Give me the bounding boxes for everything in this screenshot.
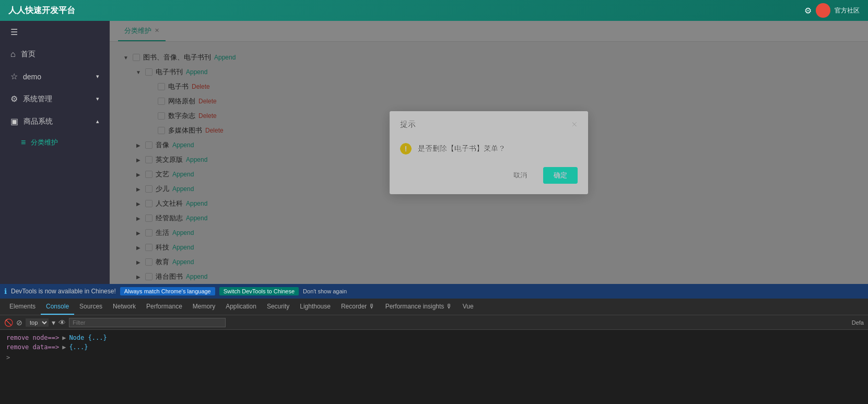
tab-application[interactable]: Application <box>220 299 262 315</box>
tab-memory[interactable]: Memory <box>187 299 220 315</box>
top-bar-right: ⚙ 官方社区 <box>804 3 860 18</box>
sidebar-item-label: 分类维护 <box>31 138 58 147</box>
dialog-close-button[interactable]: ✕ <box>571 120 578 129</box>
default-label: Defa <box>852 319 864 326</box>
grid-icon: ▣ <box>10 116 18 126</box>
console-node-value: Node {...} <box>69 334 107 341</box>
tab-security[interactable]: Security <box>262 299 295 315</box>
dialog-overlay: 提示 ✕ ! 是否删除【电子书】菜单？ 取消 确定 <box>110 21 868 284</box>
tab-elements[interactable]: Elements <box>4 299 41 315</box>
list-icon: ≡ <box>21 138 26 147</box>
context-select[interactable]: top <box>26 318 49 327</box>
sidebar-sub-goods: ≡ 分类维护 <box>0 133 110 152</box>
switch-chinese-button[interactable]: Switch DevTools to Chinese <box>219 287 299 295</box>
tab-performance[interactable]: Performance <box>141 299 187 315</box>
console-line: remove node==> ▶ Node {...} <box>6 333 862 342</box>
expand-node-icon[interactable]: ▶ <box>62 334 66 341</box>
dialog-title: 提示 <box>400 120 416 129</box>
devtools-toolbar: 🚫 ⊘ top ▾ 👁 Defa <box>0 315 868 330</box>
dialog-footer: 取消 确定 <box>390 167 588 194</box>
devtools-tabs: Elements Console Sources Network Perform… <box>0 299 868 315</box>
sidebar-item-goods[interactable]: ▣ 商品系统 ▴ <box>0 110 110 133</box>
tab-vue[interactable]: Vue <box>458 299 479 315</box>
home-icon: ⌂ <box>10 50 16 59</box>
avatar <box>816 3 830 18</box>
gear-icon[interactable]: ⚙ <box>804 6 812 16</box>
gear-icon: ⚙ <box>10 94 18 104</box>
sidebar-menu-toggle[interactable]: ☰ <box>0 21 110 43</box>
sidebar-item-home[interactable]: ⌂ 首页 <box>0 43 110 65</box>
pause-icon[interactable]: ⊘ <box>16 318 22 327</box>
official-link[interactable]: 官方社区 <box>835 6 860 15</box>
star-icon: ☆ <box>10 72 18 81</box>
content-area: 分类维护 ✕ ▼ 图书、音像、电子书刊 Append ▼ 电子书刊 Append <box>110 21 868 284</box>
tab-recorder[interactable]: Recorder 🎙 <box>336 299 380 315</box>
console-line: remove data==> ▶ {...} <box>6 342 862 352</box>
devtools-console: remove node==> ▶ Node {...} remove data=… <box>0 330 868 404</box>
sidebar: ☰ ⌂ 首页 ☆ demo ▾ ⚙ 系统管理 ▾ ▣ 商品系统 ▴ ≡ 分类维护 <box>0 21 110 284</box>
eye-icon[interactable]: 👁 <box>58 318 66 327</box>
sidebar-item-label: 首页 <box>21 50 36 59</box>
sidebar-item-demo[interactable]: ☆ demo ▾ <box>0 65 110 88</box>
dropdown-arrow-icon[interactable]: ▾ <box>52 318 55 327</box>
dialog-body: ! 是否删除【电子书】菜单？ <box>390 135 588 167</box>
top-bar: 人人快速开发平台 ⚙ 官方社区 <box>0 0 868 21</box>
sidebar-item-label: 系统管理 <box>23 94 52 104</box>
dialog-header: 提示 ✕ <box>390 111 588 135</box>
sidebar-item-label: demo <box>23 73 41 81</box>
console-prompt: > <box>6 354 10 361</box>
warning-icon: ! <box>400 143 412 155</box>
main-layout: ☰ ⌂ 首页 ☆ demo ▾ ⚙ 系统管理 ▾ ▣ 商品系统 ▴ ≡ 分类维护 <box>0 21 868 284</box>
dialog-message: 是否删除【电子书】菜单？ <box>418 144 506 153</box>
app-title: 人人快速开发平台 <box>8 5 75 16</box>
confirm-dialog: 提示 ✕ ! 是否删除【电子书】菜单？ 取消 确定 <box>390 111 588 194</box>
confirm-button[interactable]: 确定 <box>543 167 578 184</box>
console-text: remove node==> <box>6 334 59 341</box>
tab-console[interactable]: Console <box>41 299 74 315</box>
console-data-value: {...} <box>69 343 88 351</box>
tab-network[interactable]: Network <box>108 299 141 315</box>
always-match-button[interactable]: Always match Chrome's language <box>120 287 215 295</box>
dont-show-again-button[interactable]: Don't show again <box>303 288 347 294</box>
tab-sources[interactable]: Sources <box>74 299 108 315</box>
tab-lighthouse[interactable]: Lighthouse <box>295 299 336 315</box>
chevron-down-icon: ▾ <box>96 73 99 80</box>
info-icon: ℹ <box>4 287 7 295</box>
tab-performance-insights[interactable]: Performance insights 🎙 <box>380 299 458 315</box>
clear-console-icon[interactable]: 🚫 <box>4 318 13 327</box>
hamburger-icon: ☰ <box>10 27 18 37</box>
sidebar-item-system[interactable]: ⚙ 系统管理 ▾ <box>0 88 110 110</box>
console-input-line: > <box>6 354 862 361</box>
expand-data-icon[interactable]: ▶ <box>62 343 66 351</box>
sidebar-item-label: 商品系统 <box>24 117 53 126</box>
devtools-info-text: DevTools is now available in Chinese! <box>11 288 116 295</box>
sidebar-item-category[interactable]: ≡ 分类维护 <box>10 133 110 152</box>
chevron-up-icon: ▴ <box>96 118 99 125</box>
devtools-info-bar: ℹ DevTools is now available in Chinese! … <box>0 284 868 299</box>
cancel-button[interactable]: 取消 <box>502 167 538 184</box>
console-text: remove data==> <box>6 343 59 351</box>
chevron-down-icon: ▾ <box>96 96 99 102</box>
devtools-panel: ℹ DevTools is now available in Chinese! … <box>0 284 868 404</box>
console-filter-input[interactable] <box>69 318 226 327</box>
